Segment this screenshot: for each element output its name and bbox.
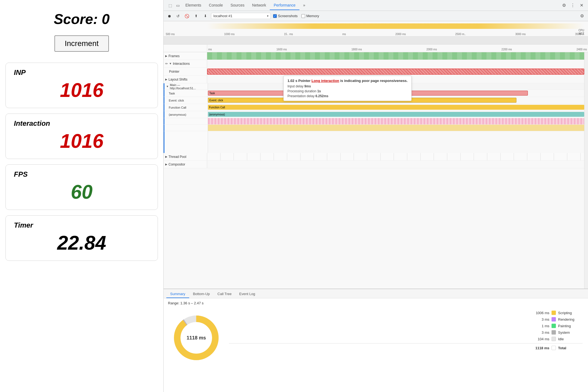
tooltip-type: Pointer (298, 79, 311, 83)
interactions-label: ✏ ▼ Interactions (164, 60, 207, 67)
legend-row-rendering: 3 ms Rendering (229, 317, 583, 321)
thread-pool-chevron[interactable]: ▶ (165, 155, 167, 158)
pointer-track-row[interactable]: Pointer 1.02 s Pointer Long interaction (164, 68, 584, 76)
compositor-text: Compositor (169, 163, 185, 166)
memory-checkbox[interactable]: Memory (301, 14, 319, 18)
url-bar[interactable]: localhost #1 ▾ (211, 13, 271, 19)
legend-row-total: 1118 ms Total (229, 343, 583, 350)
interaction-card: Interaction 1016 (5, 114, 158, 159)
pink-strip (208, 118, 584, 124)
record-settings-icon[interactable]: ⚙ (578, 12, 586, 20)
more-icon[interactable]: ⋮ (569, 2, 577, 9)
settings-icon[interactable]: ⚙ (560, 2, 568, 9)
tab-performance[interactable]: Performance (270, 1, 299, 10)
net-label: NET (579, 32, 584, 35)
inp-card: INP 1016 (5, 63, 158, 108)
inp-value: 1016 (14, 79, 149, 101)
url-dropdown-icon[interactable]: ▾ (267, 14, 268, 17)
close-icon[interactable]: ✕ (578, 2, 585, 9)
tooltip-input-delay: Input delay 9ms (287, 84, 408, 88)
function-call-label: Function Call (164, 104, 208, 111)
function-call-content: Function Call (208, 104, 584, 111)
tab-elements[interactable]: Elements (182, 1, 205, 10)
thread-pool-label: ▶ Thread Pool (164, 153, 207, 160)
total-color (552, 346, 556, 350)
event-click-label: Event: click (164, 97, 208, 104)
idle-color (552, 337, 556, 341)
interactions-content (207, 60, 584, 67)
tab-summary[interactable]: Summary (166, 290, 189, 298)
tab-sources[interactable]: Sources (227, 1, 248, 10)
screenshots-checkbox[interactable]: ✓ Screenshots (273, 14, 298, 18)
record-button[interactable]: ⏺ (166, 13, 173, 20)
tab-call-tree[interactable]: Call Tree (214, 290, 235, 298)
system-color (552, 330, 556, 335)
tab-console[interactable]: Console (205, 1, 226, 10)
frames-track-row: ▶ Frames (164, 52, 584, 60)
legend-row-idle: 104 ms Idle (229, 337, 583, 341)
function-call-bar: Function Call (208, 105, 584, 110)
clear-button[interactable]: 🚫 (183, 13, 190, 20)
legend-row-scripting: 1006 ms Scripting (229, 311, 583, 315)
compositor-chevron[interactable]: ▶ (165, 163, 167, 166)
tab-event-log[interactable]: Event Log (235, 290, 259, 298)
frames-label: ▶ Frames (164, 52, 207, 60)
rendering-color (552, 317, 556, 321)
refresh-button[interactable]: ↺ (174, 13, 182, 20)
legend-row-painting: 1 ms Painting (229, 324, 583, 328)
cpu-label: CPU (578, 29, 584, 32)
compositor-content (207, 161, 584, 168)
increment-button[interactable]: Increment (54, 35, 109, 52)
fps-label: FPS (14, 170, 149, 179)
interaction-label: Interaction (14, 119, 149, 128)
fps-value: 60 (14, 181, 149, 203)
tooltip-link[interactable]: Long interaction (311, 79, 339, 83)
zoom-ruler: ms 1600 ms 1800 ms 2000 ms 2200 ms 2400 … (164, 45, 588, 52)
timeline-scrollbar[interactable] (584, 52, 588, 289)
thread-pool-row: ▶ Thread Pool (164, 153, 584, 161)
url-text: localhost #1 (213, 14, 232, 18)
pointer-label: Pointer (164, 68, 207, 75)
total-ms: 1118 ms (530, 346, 549, 350)
timeline-with-scroll: ▶ Frames ✏ ▼ Interactions (164, 52, 588, 289)
inspector-icon[interactable]: ⬚ (166, 2, 174, 9)
pointer-text: Pointer (169, 70, 179, 74)
function-call-row: Function Call Function Call (164, 104, 584, 111)
tab-more[interactable]: » (299, 1, 309, 10)
painting-ms: 1 ms (530, 324, 549, 328)
main-label: ▼ Main — http://localhost:51... (164, 83, 208, 90)
record-toolbar: ⏺ ↺ 🚫 ⬆ ⬇ localhost #1 ▾ ✓ Screenshots M… (164, 11, 588, 21)
frames-content (207, 52, 584, 60)
anonymous-text: (anonymous) (169, 113, 186, 116)
checkbox-row: ✓ Screenshots Memory (273, 14, 319, 18)
compositor-row: ▶ Compositor (164, 161, 584, 168)
bottom-content: 1118 ms 1006 ms Scripting 3 ms Rendering (164, 306, 588, 392)
anonymous-label: (anonymous) (164, 111, 208, 118)
layout-shifts-chevron[interactable]: ▶ (165, 78, 167, 81)
pink-strip-row (164, 118, 584, 125)
cpu-bar (207, 23, 584, 29)
devtools-action-icons: ⚙ ⋮ ✕ (560, 2, 585, 9)
upload-icon[interactable]: ⬆ (192, 13, 200, 20)
main-chevron[interactable]: ▼ (166, 85, 169, 88)
pink-strip-content (208, 118, 584, 124)
rendering-ms: 3 ms (530, 317, 549, 321)
bottom-panel: Summary Bottom-Up Call Tree Event Log Ra… (164, 289, 588, 392)
download-icon[interactable]: ⬇ (202, 13, 209, 20)
memory-check (301, 14, 305, 18)
timeline-tracks: ▶ Frames ✏ ▼ Interactions (164, 52, 584, 289)
donut-chart: 1118 ms (169, 311, 223, 365)
frames-chevron[interactable]: ▶ (165, 54, 167, 57)
interactions-chevron[interactable]: ▼ (169, 62, 172, 65)
main-text: Main — http://localhost:51... (170, 83, 206, 90)
timer-card: Timer 22.84 (5, 215, 158, 261)
tab-bottom-up[interactable]: Bottom-Up (189, 290, 214, 298)
record-icons: ⏺ ↺ 🚫 (166, 13, 190, 20)
idle-label: Idle (558, 337, 583, 341)
thread-pool-text: Thread Pool (169, 155, 186, 159)
thread-pool-content (207, 153, 584, 160)
screenshots-label: Screenshots (278, 14, 298, 18)
tooltip-title: 1.02 s Pointer Long interaction is indic… (287, 79, 408, 83)
tab-network[interactable]: Network (248, 1, 270, 10)
device-icon[interactable]: ▭ (174, 2, 182, 9)
